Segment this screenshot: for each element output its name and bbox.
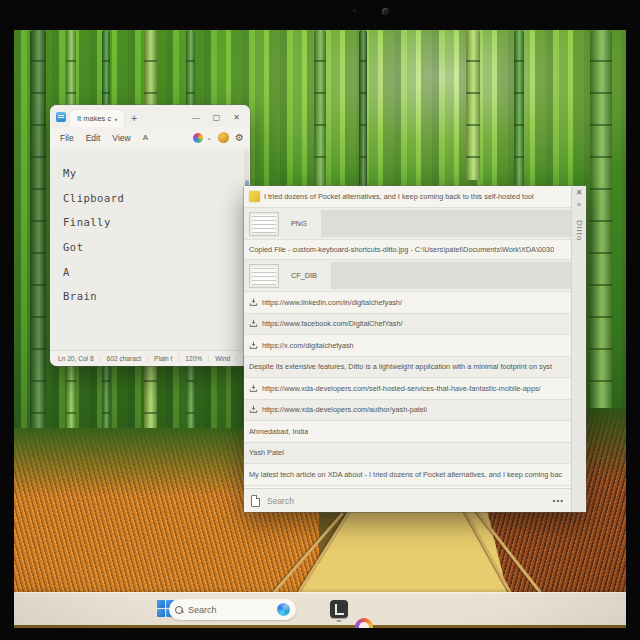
close-icon[interactable]: ✕: [576, 189, 583, 197]
taskbar-search-label: Search: [188, 605, 217, 615]
notepad-tab[interactable]: It makes c ●: [70, 110, 124, 127]
text-line: Finally: [63, 210, 250, 235]
clip-row-image[interactable]: PNG: [244, 208, 571, 240]
taskbar-pinwheel-app-icon[interactable]: [355, 618, 373, 628]
clip-preview-area: [331, 262, 571, 289]
status-doc-type: Plain t: [147, 355, 178, 362]
text-line: Got: [63, 235, 250, 260]
clipboard-page-icon: [251, 495, 260, 507]
bamboo-stalk: [590, 30, 612, 470]
ditto-search-bar[interactable]: Search •••: [244, 488, 571, 512]
clip-text: https://x.com/digitalchefyash: [262, 341, 354, 350]
bezel-marking: +: [352, 6, 357, 16]
clip-row-link[interactable]: https://www.facebook.com/DigitalChefYash…: [244, 314, 571, 336]
ditto-window-title: Ditto: [575, 220, 584, 241]
download-icon: [249, 319, 258, 328]
clip-row[interactable]: Despite its extensive features, Ditto is…: [244, 357, 571, 379]
clip-row[interactable]: My latest tech article on XDA about - I …: [244, 464, 571, 486]
clip-text: Ahmedabad, India: [249, 427, 308, 436]
status-char-count: 602 charact: [100, 355, 147, 362]
unsaved-indicator: ●: [114, 116, 117, 122]
clip-text: Copied File - custom-keyboard-shortcuts-…: [249, 245, 554, 254]
note-icon: [249, 191, 260, 202]
expand-icon[interactable]: »: [577, 201, 581, 208]
menu-edit[interactable]: Edit: [80, 131, 107, 145]
download-icon: [249, 405, 258, 414]
clip-preview-area: [321, 210, 571, 237]
clip-text: Yash Patel: [249, 448, 284, 457]
account-avatar[interactable]: [218, 132, 229, 143]
copilot-icon[interactable]: [277, 603, 290, 616]
menu-view[interactable]: View: [106, 131, 136, 145]
clip-text: Despite its extensive features, Ditto is…: [249, 362, 552, 371]
taskbar-search-box[interactable]: Search: [169, 599, 296, 620]
taskbar-app-dark-l-icon[interactable]: [330, 600, 348, 618]
notepad-tab-title: It makes c: [77, 114, 111, 123]
search-placeholder: Search: [267, 496, 294, 506]
notepad-tab-bar: It makes c ● + — ▢ ✕: [50, 105, 250, 127]
close-button[interactable]: ✕: [233, 113, 240, 122]
ditto-window: I tried dozens of Pocket alternatives, a…: [244, 186, 586, 512]
clip-row[interactable]: Ahmedabad, India: [244, 421, 571, 443]
clip-format-label: PNG: [291, 219, 307, 228]
status-line-ending: Wind: [208, 355, 236, 362]
download-icon: [249, 298, 258, 307]
chevron-down-icon[interactable]: ⌄: [206, 134, 212, 142]
notepad-status-bar: Ln 20, Col 8 602 charact Plain t 120% Wi…: [50, 350, 250, 366]
clip-row-link[interactable]: https://x.com/digitalchefyash: [244, 335, 571, 357]
notepad-text-area[interactable]: My Clipboard Finally Got A Brain: [50, 148, 250, 350]
text-line: A: [63, 259, 250, 284]
status-cursor-position: Ln 20, Col 8: [50, 355, 100, 362]
copilot-icon[interactable]: [193, 133, 203, 143]
notepad-app-icon: [56, 112, 66, 122]
download-icon: [249, 384, 258, 393]
menu-file[interactable]: File: [54, 131, 80, 145]
webcam: [382, 8, 389, 15]
text-line: Brain: [63, 284, 250, 309]
desktop-screen: It makes c ● + — ▢ ✕ File Edit View A ⌄: [14, 30, 626, 628]
clip-text: I tried dozens of Pocket alternatives, a…: [264, 192, 534, 201]
more-options-icon[interactable]: •••: [553, 496, 564, 505]
clip-thumbnail: [249, 212, 279, 236]
status-zoom-level[interactable]: 120%: [178, 355, 208, 362]
laptop-photo: + It makes c ● +: [0, 0, 640, 640]
minimize-button[interactable]: —: [192, 113, 200, 122]
search-icon: [175, 606, 183, 614]
notepad-menu-bar: File Edit View A ⌄ ⚙: [50, 127, 250, 148]
text-line: Clipboard: [63, 186, 250, 211]
clip-text: My latest tech article on XDA about - I …: [249, 470, 562, 479]
clip-row-image[interactable]: CF_DIB: [244, 260, 571, 292]
clip-text: https://www.facebook.com/DigitalChefYash…: [262, 319, 403, 328]
clip-thumbnail: [249, 264, 279, 288]
ditto-clip-list: I tried dozens of Pocket alternatives, a…: [244, 186, 571, 512]
bamboo-stalk: [466, 30, 480, 180]
settings-gear-icon[interactable]: ⚙: [235, 132, 244, 143]
ditto-caption-bar[interactable]: ✕ » Ditto: [571, 186, 586, 512]
clip-row-link[interactable]: https://www.linkedin.com/in/digitalchefy…: [244, 292, 571, 314]
clip-text: https://www.xda-developers.com/self-host…: [262, 384, 541, 393]
download-icon: [249, 341, 258, 350]
clip-row[interactable]: Yash Patel: [244, 443, 571, 465]
new-tab-button[interactable]: +: [131, 113, 137, 124]
clip-format-label: CF_DIB: [291, 271, 317, 280]
clip-row-link[interactable]: https://www.xda-developers.com/author/ya…: [244, 400, 571, 422]
notepad-window: It makes c ● + — ▢ ✕ File Edit View A ⌄: [50, 105, 250, 366]
text-size-icon[interactable]: A: [143, 133, 148, 142]
clip-row-link[interactable]: https://www.xda-developers.com/self-host…: [244, 378, 571, 400]
bamboo-stalk: [30, 30, 46, 450]
text-line: My: [63, 161, 250, 186]
clip-row[interactable]: Copied File - custom-keyboard-shortcuts-…: [244, 240, 571, 260]
clip-text: https://www.linkedin.com/in/digitalchefy…: [262, 298, 402, 307]
maximize-button[interactable]: ▢: [213, 113, 221, 122]
taskbar: Search ✂: [14, 592, 626, 625]
clip-text: https://www.xda-developers.com/author/ya…: [262, 405, 427, 414]
clip-row[interactable]: I tried dozens of Pocket alternatives, a…: [244, 186, 571, 208]
